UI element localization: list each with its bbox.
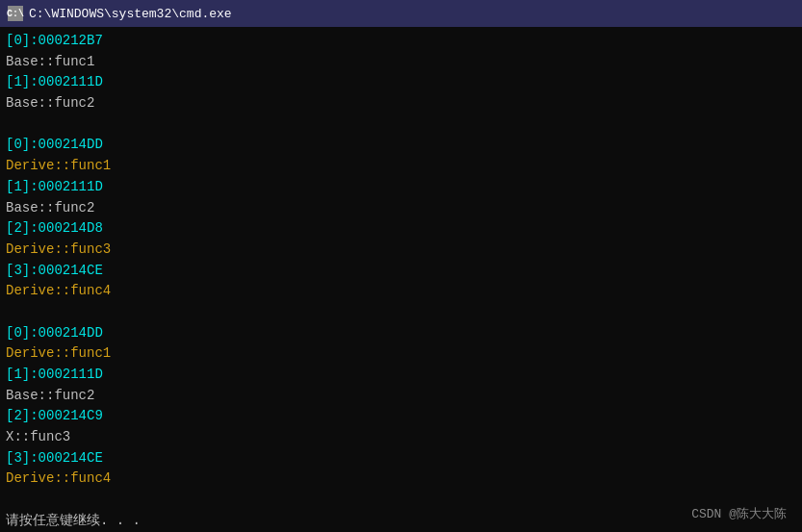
terminal-line: [1]:0002111D <box>6 72 796 93</box>
terminal-line: Base::func1 <box>6 52 796 73</box>
terminal-line: Base::func2 <box>6 386 796 407</box>
terminal-line: [3]:000214CE <box>6 261 796 282</box>
terminal-line: X::func3 <box>6 427 796 448</box>
empty-line <box>6 490 796 511</box>
terminal-line: [0]:000212B7 <box>6 31 796 52</box>
terminal-line: 请按任意键继续. . . <box>6 511 796 532</box>
terminal-line: [2]:000214D8 <box>6 218 796 240</box>
terminal-line: [2]:000214C9 <box>6 406 796 427</box>
terminal-line: Base::func2 <box>6 198 796 219</box>
watermark: CSDN @陈大大陈 <box>691 505 787 522</box>
terminal-line: [0]:000214DD <box>6 323 796 344</box>
terminal-line: Base::func2 <box>6 93 796 114</box>
terminal-line: [0]:000214DD <box>6 135 796 156</box>
terminal-line: Derive::func4 <box>6 469 796 490</box>
terminal-line: Derive::func3 <box>6 240 796 261</box>
terminal-line: Derive::func4 <box>6 281 796 302</box>
cmd-icon: C:\ <box>8 6 23 21</box>
terminal-line: Derive::func1 <box>6 343 796 365</box>
terminal-line: [1]:0002111D <box>6 365 796 386</box>
terminal-line: [3]:000214CE <box>6 448 796 469</box>
terminal-line: Derive::func1 <box>6 156 796 177</box>
empty-line <box>6 302 796 323</box>
window-title: C:\WINDOWS\system32\cmd.exe <box>29 7 232 21</box>
empty-line <box>6 114 796 136</box>
title-bar: C:\ C:\WINDOWS\system32\cmd.exe <box>0 0 802 27</box>
terminal-body: [0]:000212B7Base::func1[1]:0002111DBase:… <box>0 27 802 532</box>
terminal-line: [1]:0002111D <box>6 177 796 198</box>
